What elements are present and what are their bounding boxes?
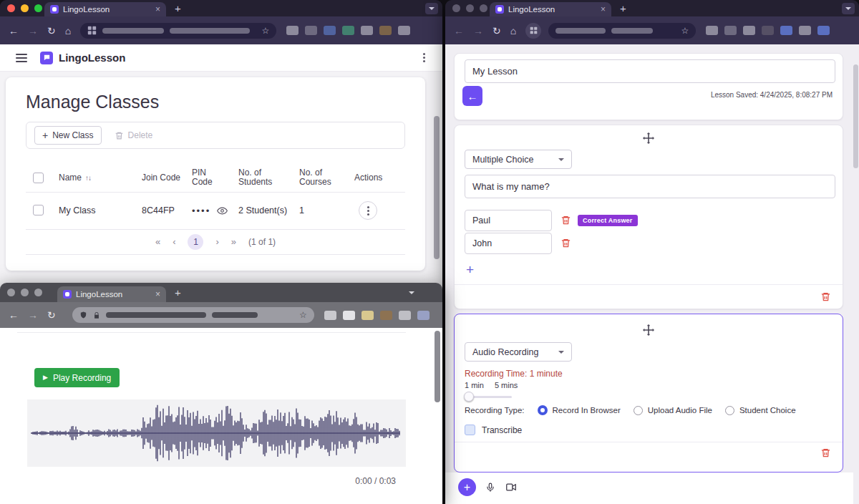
select-all-checkbox[interactable] [33,173,44,183]
tab-search-chevron[interactable] [405,287,418,299]
shield-icon[interactable] [79,311,87,319]
extension-icon[interactable] [361,26,373,35]
radio-option-record-in-browser[interactable]: Record In Browser [538,405,621,415]
back-button[interactable]: ← [9,310,19,320]
radio-option-student-choice[interactable]: Student Choice [725,406,796,415]
drag-handle[interactable] [643,324,654,338]
scrollbar-thumb[interactable] [434,116,440,259]
close-tab-icon[interactable]: × [155,5,160,14]
forward-button[interactable]: → [28,310,38,320]
prev-page-button[interactable]: ‹ [173,236,175,247]
extension-icon[interactable] [343,311,355,320]
extension-icon[interactable] [305,26,317,35]
record-audio-button[interactable] [485,482,495,493]
extension-icon[interactable] [398,26,410,35]
eye-icon[interactable] [217,205,228,216]
forward-button[interactable]: → [473,26,483,36]
new-tab-button[interactable]: + [175,3,181,14]
slider-thumb[interactable] [464,392,474,402]
minimize-window-button[interactable] [21,289,29,296]
zoom-window-button[interactable] [34,289,42,296]
new-tab-button[interactable]: + [175,287,181,298]
address-bar[interactable]: ☆ [80,23,276,39]
bookmark-star-icon[interactable]: ☆ [681,26,689,35]
record-video-button[interactable] [505,482,518,493]
transcribe-checkbox[interactable] [465,425,475,435]
zoom-window-button[interactable] [34,4,42,12]
app-overflow-menu-button[interactable] [417,51,431,65]
back-button[interactable]: ← [454,26,464,36]
extension-icon[interactable] [361,311,374,320]
forward-button[interactable]: → [28,26,38,36]
close-window-button[interactable] [7,289,15,296]
row-checkbox[interactable] [33,205,44,215]
extension-icon[interactable] [324,26,336,35]
current-page-button[interactable]: 1 [188,234,203,250]
add-answer-button[interactable]: + [466,263,474,276]
element-type-select[interactable]: Audio Recording [465,342,572,362]
bookmark-star-icon[interactable]: ☆ [261,26,269,35]
first-page-button[interactable]: « [155,236,160,247]
browser-tab[interactable]: LingoLesson × [490,2,611,16]
home-button[interactable]: ⌂ [65,26,71,36]
last-page-button[interactable]: » [231,236,236,247]
back-to-lessons-button[interactable]: ← [462,86,482,106]
extension-icon[interactable] [762,26,774,35]
browser-tab[interactable]: LingoLesson × [44,2,166,16]
scrollbar-thumb[interactable] [853,64,858,168]
delete-answer-1-button[interactable] [560,215,571,226]
radio-icon[interactable] [634,406,643,415]
delete-button[interactable]: Delete [115,130,153,140]
extension-icon[interactable] [379,26,392,35]
answer-input-1[interactable] [465,210,552,231]
add-element-button[interactable]: + [458,478,476,496]
drag-handle[interactable] [643,132,654,146]
extension-icon[interactable] [417,311,430,320]
extension-icon[interactable] [324,311,336,320]
back-button[interactable]: ← [9,26,19,36]
reload-button[interactable]: ↻ [492,26,501,36]
extension-icon[interactable] [724,26,737,35]
delete-question-card-button[interactable] [820,291,831,302]
close-tab-icon[interactable]: × [601,5,606,14]
browser-tab[interactable]: LingoLesson × [57,286,166,302]
radio-icon[interactable] [725,406,734,415]
address-bar[interactable]: ☆ [72,307,314,323]
extension-icon[interactable] [780,26,792,35]
close-window-button[interactable] [7,4,15,12]
extension-icon[interactable] [286,26,299,35]
new-class-button[interactable]: + New Class [34,126,102,145]
bookmark-star-icon[interactable]: ☆ [299,311,307,319]
next-page-button[interactable]: › [215,236,218,247]
extension-icon[interactable] [380,311,392,320]
reload-button[interactable]: ↻ [47,26,56,36]
delete-audio-card-button[interactable] [820,447,831,458]
radio-selected-icon[interactable] [538,405,548,415]
scrollbar-thumb[interactable] [435,331,440,402]
recording-time-slider[interactable] [465,392,512,402]
minimize-window-button[interactable] [466,4,474,12]
column-header-name[interactable]: Name ↑↓ [59,163,127,192]
tab-groups-icon[interactable] [525,23,541,39]
menu-hamburger-icon[interactable] [16,54,27,62]
extension-icon[interactable] [817,26,830,35]
element-type-select[interactable]: Multiple Choice [465,150,572,169]
tab-search-chevron[interactable] [842,3,855,14]
extension-icon[interactable] [799,26,811,35]
delete-answer-2-button[interactable] [560,238,571,248]
reload-button[interactable]: ↻ [47,310,56,320]
zoom-window-button[interactable] [480,4,487,12]
extension-icon[interactable] [399,311,411,320]
extension-icon[interactable] [342,26,354,35]
radio-option-upload-audio-file[interactable]: Upload Audio File [634,406,712,415]
extension-icon[interactable] [706,26,718,35]
close-window-button[interactable] [452,4,460,12]
minimize-window-button[interactable] [21,4,29,12]
close-tab-icon[interactable]: × [155,290,160,299]
play-recording-button[interactable]: ▶ Play Recording [34,368,120,387]
new-tab-button[interactable]: + [620,3,626,14]
address-bar[interactable]: ☆ [548,23,696,39]
tab-search-chevron[interactable] [425,3,438,14]
sort-icon[interactable]: ↑↓ [85,173,91,183]
answer-input-2[interactable] [465,233,552,254]
